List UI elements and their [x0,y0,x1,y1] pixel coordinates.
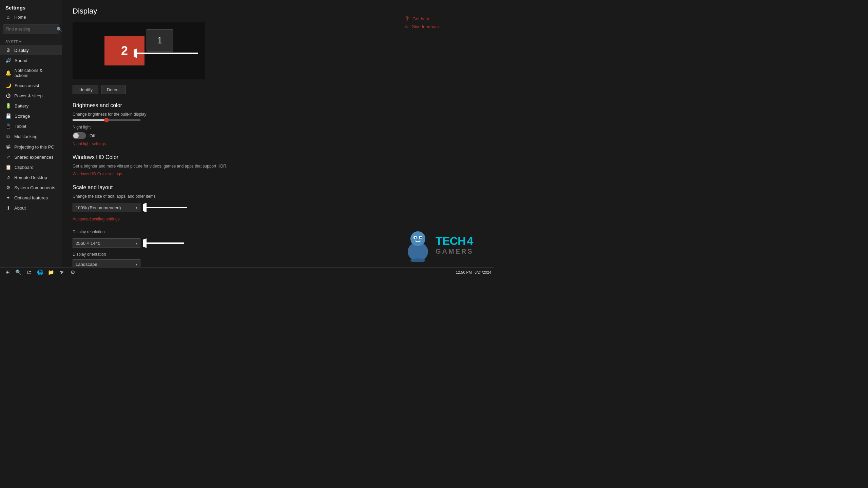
identify-button[interactable]: Identify [73,85,98,94]
task-view-button[interactable]: 🗂 [24,268,34,277]
brand-tech: TECH [436,234,466,248]
sidebar-item-home[interactable]: ⌂ Home [0,12,62,22]
focus-icon: 🌙 [5,83,11,88]
storage-icon: 💾 [5,113,11,119]
chevron-down-icon-2: ▾ [136,241,137,245]
multitasking-icon: ⧉ [5,134,11,139]
power-icon: ⏻ [5,93,11,98]
sidebar-item-multitasking[interactable]: ⧉ Multitasking [0,131,62,142]
taskbar-time: 12:50 PM [456,270,472,274]
right-panel: ❓ Get help ☺ Give feedback [399,0,494,267]
svg-rect-15 [423,247,427,253]
help-icon: ❓ [404,16,410,21]
main-content: Display 2 1 Identify Detect [62,0,399,267]
mascot-image [404,228,431,262]
sidebar-projecting-label: Projecting to this PC [14,144,54,150]
sidebar: Settings ⌂ Home 🔍 System 🖥 Display 🔊 Sou… [0,0,62,267]
sidebar-clipboard-label: Clipboard [15,165,34,170]
display-preview: 2 1 [73,22,205,79]
sidebar-item-sound[interactable]: 🔊 Sound [0,55,62,65]
sidebar-power-label: Power & sleep [14,93,43,98]
sidebar-item-remote[interactable]: 🖥 Remote Desktop [0,172,62,182]
orientation-dropdown[interactable]: Landscape ▾ [73,259,140,267]
sidebar-item-battery[interactable]: 🔋 Battery [0,101,62,111]
file-explorer[interactable]: 📁 [46,268,56,277]
night-light-row: Off [73,132,388,139]
start-button[interactable]: ⊞ [3,268,12,277]
chevron-down-icon-3: ▾ [136,262,137,266]
clipboard-icon: 📋 [5,164,11,170]
taskbar-left: ⊞ 🔍 🗂 🌐 📁 🛍 ⚙ [3,268,77,277]
sidebar-item-notifications[interactable]: 🔔 Notifications & actions [0,65,62,80]
orientation-label: Display orientation [73,252,388,257]
app-title: Settings [0,3,62,12]
sidebar-multitasking-label: Multitasking [14,134,38,139]
tablet-icon: 📱 [5,123,11,129]
about-icon: ℹ [5,205,11,211]
sidebar-storage-label: Storage [15,114,30,119]
brightness-section-title: Brightness and color [73,102,388,109]
settings-app[interactable]: ⚙ [68,268,77,277]
sidebar-item-optional[interactable]: ✦ Optional features [0,193,62,203]
search-box[interactable]: 🔍 [3,24,59,34]
brightness-slider-row [73,119,388,121]
taskbar-right: 12:50 PM 6/24/2024 [456,270,491,274]
button-row: Identify Detect [73,85,388,94]
orientation-value: Landscape [76,262,97,267]
sidebar-item-clipboard[interactable]: 📋 Clipboard [0,162,62,172]
sidebar-item-display[interactable]: 🖥 Display [0,45,62,55]
display-icon: 🖥 [5,47,11,53]
sidebar-remote-label: Remote Desktop [14,175,47,180]
scale-dropdown[interactable]: 100% (Recommended) ▾ [73,203,140,212]
svg-rect-12 [413,246,417,253]
sidebar-item-projecting[interactable]: 📽 Projecting to this PC [0,142,62,152]
night-light-toggle[interactable] [73,132,86,139]
sidebar-item-power[interactable]: ⏻ Power & sleep [0,91,62,101]
night-light-settings-link[interactable]: Night light settings [73,141,106,146]
sidebar-notifications-label: Notifications & actions [14,68,56,78]
hd-color-link[interactable]: Windows HD Color settings [73,172,122,176]
content-area: Display 2 1 Identify Detect [62,0,494,267]
svg-rect-13 [419,246,423,253]
page-title: Display [73,7,388,16]
sidebar-home-label: Home [14,15,26,20]
sidebar-item-focus[interactable]: 🌙 Focus assist [0,80,62,91]
resolution-dropdown[interactable]: 2560 × 1440 ▾ [73,238,140,248]
give-feedback-label: Give feedback [411,24,440,29]
feedback-icon: ☺ [404,24,409,29]
sidebar-system-components-label: System Components [14,185,55,190]
resolution-label: Display resolution [73,230,388,234]
taskbar: ⊞ 🔍 🗂 🌐 📁 🛍 ⚙ 12:50 PM 6/24/2024 [0,267,494,277]
advanced-scaling-link[interactable]: Advanced scaling settings [73,217,120,221]
search-input[interactable] [6,27,57,32]
store-app[interactable]: 🛍 [57,268,66,277]
brightness-slider[interactable] [73,119,140,121]
brightness-desc: Change brightness for the built-in displ… [73,112,388,117]
sidebar-item-about[interactable]: ℹ About [0,203,62,213]
sound-icon: 🔊 [5,58,11,63]
detect-button[interactable]: Detect [101,85,126,94]
sidebar-item-tablet[interactable]: 📱 Tablet [0,121,62,131]
sidebar-about-label: About [14,206,26,211]
sidebar-item-system-components[interactable]: ⚙ System Components [0,182,62,193]
hd-color-desc: Get a brighter and more vibrant picture … [73,164,388,169]
battery-icon: 🔋 [5,103,11,109]
shared-icon: ↗ [5,154,11,160]
sidebar-focus-label: Focus assist [15,83,39,88]
system-components-icon: ⚙ [5,185,11,190]
search-taskbar[interactable]: 🔍 [14,268,23,277]
brand-gamers: GAMERS [436,248,474,255]
sidebar-optional-label: Optional features [14,195,48,200]
toggle-thumb [73,133,79,138]
svg-rect-14 [409,247,413,253]
brand-text: TECH 4 GAMERS [436,234,474,255]
svg-point-7 [410,231,425,246]
night-light-label: Night light [73,125,388,130]
sidebar-battery-label: Battery [15,103,28,109]
get-help-link[interactable]: ❓ Get help [404,16,488,21]
give-feedback-link[interactable]: ☺ Give feedback [404,24,488,29]
hd-color-section-title: Windows HD Color [73,154,388,160]
sidebar-item-storage[interactable]: 💾 Storage [0,111,62,121]
edge-browser[interactable]: 🌐 [35,268,45,277]
sidebar-item-shared[interactable]: ↗ Shared experiences [0,152,62,162]
